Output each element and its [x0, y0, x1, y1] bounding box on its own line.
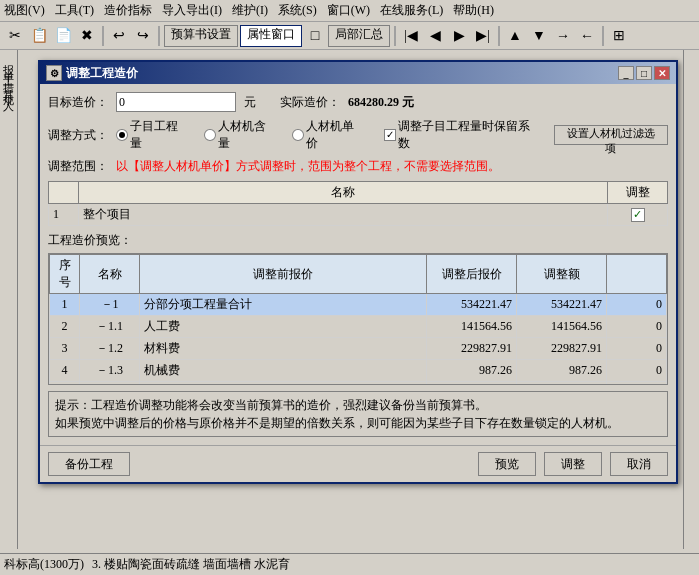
col-name: 名称 [79, 182, 608, 204]
preview-scroll[interactable]: 序号 名称 调整前报价 调整后报价 调整额 1 [49, 254, 667, 384]
cell-name: 整个项目 [79, 204, 608, 226]
copy-icon[interactable]: 📋 [28, 25, 50, 47]
sidebar-item-3[interactable]: 措 [0, 72, 17, 76]
toolbar-row1: ✂ 📋 📄 ✖ ↩ ↪ 预算书设置 属性窗口 □ 局部汇总 |◀ ◀ ▶ ▶| … [0, 22, 699, 50]
local-summary-btn[interactable]: 局部汇总 [328, 25, 390, 47]
target-label: 目标造价： [48, 94, 108, 111]
maximize-button[interactable]: □ [636, 66, 652, 80]
row-check[interactable] [631, 208, 645, 222]
redo-icon[interactable]: ↪ [132, 25, 154, 47]
set-filter-btn[interactable]: 设置人材机过滤选项 [554, 125, 668, 145]
price-row: 目标造价： 元 实际造价： 684280.29 元 [48, 92, 668, 112]
menu-maintenance[interactable]: 维护(I) [232, 2, 268, 19]
sidebar-item-0[interactable]: 报 [0, 54, 17, 58]
prev-cell-before: 534221.47 [427, 294, 517, 316]
menu-online[interactable]: 在线服务(L) [380, 2, 443, 19]
sidebar-item-2[interactable]: 工 [0, 66, 17, 70]
preview-btn[interactable]: 预览 [478, 452, 536, 476]
prev-cell-after: 141564.56 [517, 316, 607, 338]
separator2 [158, 26, 160, 46]
paste-icon[interactable]: 📄 [52, 25, 74, 47]
dialog-titlebar[interactable]: ⚙ 调整工程造价 _ □ ✕ [40, 62, 676, 84]
adjust-btn[interactable]: 调整 [544, 452, 602, 476]
nav-last-icon[interactable]: ▶| [472, 25, 494, 47]
prev-cell-num: －1.2 [80, 338, 140, 360]
preview-row-4: 5 －1.4 主材费 120669.82 120669.82 0 [50, 382, 667, 385]
sidebar-item-6[interactable]: 人 [0, 90, 17, 94]
preview-row-3: 4 －1.3 机械费 987.26 987.26 0 [50, 360, 667, 382]
delete-icon[interactable]: ✖ [76, 25, 98, 47]
prev-cell-num: －1.4 [80, 382, 140, 385]
prev-cell-diff: 0 [607, 338, 667, 360]
target-unit: 元 [244, 94, 256, 111]
minimize-button[interactable]: _ [618, 66, 634, 80]
prev-cell-seq: 3 [50, 338, 80, 360]
menu-bar: 视图(V) 工具(T) 造价指标 导入导出(I) 维护(I) 系统(S) 窗口(… [0, 0, 699, 22]
up-icon[interactable]: ▲ [504, 25, 526, 47]
target-input[interactable] [116, 92, 236, 112]
menu-view[interactable]: 视图(V) [4, 2, 45, 19]
menu-system[interactable]: 系统(S) [278, 2, 317, 19]
checkbox-local[interactable]: □ [304, 25, 326, 47]
cell-checkbox[interactable] [608, 204, 668, 226]
undo-icon[interactable]: ↩ [108, 25, 130, 47]
down-icon[interactable]: ▼ [528, 25, 550, 47]
prev-col-diff [607, 255, 667, 294]
indent-icon[interactable]: → [552, 25, 574, 47]
dialog-icon: ⚙ [46, 65, 62, 81]
backup-btn[interactable]: 备份工程 [48, 452, 130, 476]
cell-num: 1 [49, 204, 79, 226]
method-radio-3[interactable]: 人材机单价 [292, 118, 364, 152]
prev-cell-diff: 0 [607, 294, 667, 316]
menu-tools[interactable]: 工具(T) [55, 2, 94, 19]
property-window-btn[interactable]: 属性窗口 [240, 25, 302, 47]
status-item2: 3. 楼贴陶瓷面砖疏缝 墙面墙槽 水泥育 [92, 556, 290, 573]
hint-line1: 提示：工程造价调整功能将会改变当前预算书的造价，强烈建议备份当前预算书。 [55, 396, 661, 414]
retain-checkbox[interactable]: 调整子目工程量时保留系数 [384, 118, 538, 152]
prev-cell-before: 987.26 [427, 360, 517, 382]
outdent-icon[interactable]: ← [576, 25, 598, 47]
bottom-bar: 科标高(1300万) 3. 楼贴陶瓷面砖疏缝 墙面墙槽 水泥育 [0, 553, 699, 575]
radio-circle-3 [292, 129, 304, 141]
prev-col-num: 名称 [80, 255, 140, 294]
prev-cell-before: 120669.82 [427, 382, 517, 385]
prev-cell-after: 120669.82 [517, 382, 607, 385]
prev-cell-before: 141564.56 [427, 316, 517, 338]
scissors-icon[interactable]: ✂ [4, 25, 26, 47]
method-label-3: 人材机单价 [306, 118, 364, 152]
prev-cell-name: 主材费 [140, 382, 427, 385]
prev-cell-seq: 1 [50, 294, 80, 316]
method-radio-1[interactable]: 子目工程量 [116, 118, 188, 152]
prev-cell-num: －1.1 [80, 316, 140, 338]
hint-line2: 如果预览中调整后的价格与原价格并不是期望的倍数关系，则可能因为某些子目下存在数量… [55, 414, 661, 432]
range-table: 名称 调整 1 整个项目 [48, 181, 668, 226]
actual-value: 684280.29 元 [348, 94, 414, 111]
status-item1: 科标高(1300万) [4, 556, 84, 573]
sidebar-item-4[interactable]: 其 [0, 78, 17, 82]
nav-first-icon[interactable]: |◀ [400, 25, 422, 47]
prev-cell-seq: 5 [50, 382, 80, 385]
separator3 [394, 26, 396, 46]
close-button[interactable]: ✕ [654, 66, 670, 80]
budget-settings-btn[interactable]: 预算书设置 [164, 25, 238, 47]
prev-cell-name: 分部分项工程量合计 [140, 294, 427, 316]
menu-help[interactable]: 帮助(H) [453, 2, 494, 19]
main-area: 报 单 工 措 其 规 人 ⚙ 调整工程造价 _ □ ✕ [0, 50, 699, 549]
nav-next-icon[interactable]: ▶ [448, 25, 470, 47]
sidebar-item-5[interactable]: 规 [0, 84, 17, 88]
method-radio-2[interactable]: 人材机含量 [204, 118, 276, 152]
separator1 [102, 26, 104, 46]
extra-icon[interactable]: ⊞ [608, 25, 630, 47]
preview-row-0: 1 －1 分部分项工程量合计 534221.47 534221.47 0 [50, 294, 667, 316]
cancel-btn[interactable]: 取消 [610, 452, 668, 476]
prev-cell-after: 229827.91 [517, 338, 607, 360]
menu-price-index[interactable]: 造价指标 [104, 2, 152, 19]
sidebar-item-1[interactable]: 单 [0, 60, 17, 64]
menu-window[interactable]: 窗口(W) [327, 2, 370, 19]
method-row: 调整方式： 子目工程量 人材机含量 人材机单价 [48, 118, 668, 152]
prev-col-after: 调整额 [517, 255, 607, 294]
nav-prev-icon[interactable]: ◀ [424, 25, 446, 47]
prev-cell-name: 机械费 [140, 360, 427, 382]
menu-import-export[interactable]: 导入导出(I) [162, 2, 222, 19]
retain-checkbox-box [384, 129, 396, 141]
